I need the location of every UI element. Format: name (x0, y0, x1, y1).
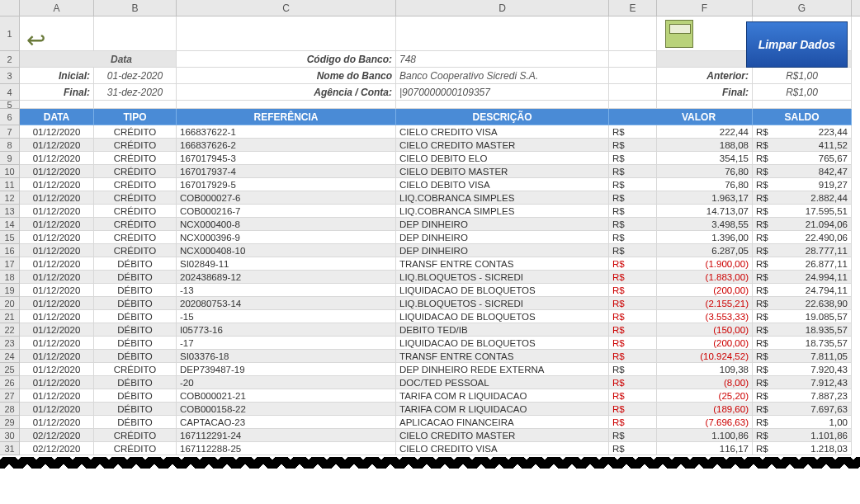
row-header-1[interactable]: 1 (0, 16, 20, 51)
cell-data[interactable]: 02/12/2020 (20, 442, 94, 455)
cell-desc[interactable]: LIQ.COBRANCA SIMPLES (396, 205, 609, 218)
cell-valor[interactable]: 6.287,05 (657, 244, 753, 257)
cell-saldo[interactable]: R$24.794,11 (753, 284, 852, 297)
th-valor[interactable]: VALOR (657, 109, 753, 125)
cell-valor-sym[interactable]: R$ (609, 218, 657, 231)
cell-valor-sym[interactable]: R$ (609, 178, 657, 191)
row-header[interactable]: 19 (0, 284, 20, 297)
th-data[interactable]: DATA (20, 109, 94, 125)
cell-valor-sym[interactable]: R$ (609, 297, 657, 310)
cell-data[interactable]: 01/12/2020 (20, 178, 94, 191)
row-header[interactable]: 8 (0, 139, 20, 152)
cell-ref[interactable]: COB000027-6 (177, 191, 396, 205)
cell-desc[interactable]: DOC/TED PESSOAL (396, 376, 609, 389)
cell-valor-sym[interactable]: R$ (609, 376, 657, 389)
cell-ref[interactable]: 202080753-14 (177, 297, 396, 310)
cell-desc[interactable]: TARIFA COM R LIQUIDACAO (396, 403, 609, 416)
row-header[interactable]: 16 (0, 244, 20, 257)
table-row[interactable]: 2801/12/2020DÉBITOCOB000158-22TARIFA COM… (0, 403, 860, 416)
cell-ref[interactable]: NCX000396-9 (177, 231, 396, 244)
row-header[interactable]: 20 (0, 297, 20, 310)
th-ref[interactable]: REFERÊNCIA (177, 109, 396, 125)
cell-tipo[interactable]: DÉBITO (94, 310, 177, 323)
cell-valor[interactable]: 3.498,55 (657, 218, 753, 231)
cell-tipo[interactable]: DÉBITO (94, 271, 177, 284)
cell-valor[interactable]: 222,44 (657, 125, 753, 139)
cell-desc[interactable]: TRANSF ENTRE CONTAS (396, 257, 609, 271)
col-header-b[interactable]: B (94, 0, 177, 16)
cell-valor-sym[interactable]: R$ (609, 429, 657, 442)
cell-valor[interactable]: (2.155,21) (657, 297, 753, 310)
cell-saldo[interactable]: R$7.887,23 (753, 389, 852, 403)
row-header[interactable]: 18 (0, 271, 20, 284)
row-header-2[interactable]: 2 (0, 51, 20, 68)
cell-desc[interactable]: DEP DINHEIRO (396, 231, 609, 244)
row-header[interactable]: 23 (0, 337, 20, 350)
table-row[interactable]: 1501/12/2020CRÉDITONCX000396-9DEP DINHEI… (0, 231, 860, 244)
table-row[interactable]: 1601/12/2020CRÉDITONCX000408-10DEP DINHE… (0, 244, 860, 257)
cell-ref[interactable]: 166837626-2 (177, 139, 396, 152)
agencia-value[interactable]: |9070000000109357 (396, 84, 609, 101)
cell-ref[interactable]: 167017937-4 (177, 165, 396, 178)
cell-saldo[interactable]: R$19.085,57 (753, 310, 852, 323)
cell-ref[interactable]: -15 (177, 310, 396, 323)
save-disk-icon[interactable] (665, 20, 693, 48)
row-header-5[interactable]: 5 (0, 101, 20, 109)
row-header[interactable]: 30 (0, 429, 20, 442)
inicial-value[interactable]: 01-dez-2020 (94, 68, 177, 84)
cell-valor[interactable]: 76,80 (657, 178, 753, 191)
cell-valor-sym[interactable]: R$ (609, 363, 657, 376)
th-saldo[interactable]: SALDO (753, 109, 852, 125)
cell-data[interactable]: 01/12/2020 (20, 165, 94, 178)
cell-desc[interactable]: DEBITO TED/IB (396, 323, 609, 337)
cell-tipo[interactable]: CRÉDITO (94, 165, 177, 178)
cell-saldo[interactable]: R$26.877,11 (753, 257, 852, 271)
cell-saldo[interactable]: R$7.697,63 (753, 403, 852, 416)
cell-valor[interactable]: 1.100,86 (657, 429, 753, 442)
row-header-3[interactable]: 3 (0, 68, 20, 84)
row-header[interactable]: 13 (0, 205, 20, 218)
cell-tipo[interactable]: DÉBITO (94, 416, 177, 429)
cell-ref[interactable]: COB000021-21 (177, 389, 396, 403)
row-header[interactable]: 25 (0, 363, 20, 376)
table-row[interactable]: 901/12/2020CRÉDITO167017945-3CIELO DEBIT… (0, 152, 860, 165)
cell-ref[interactable]: DEP739487-19 (177, 363, 396, 376)
cell-saldo[interactable]: R$842,47 (753, 165, 852, 178)
cell-desc[interactable]: TRANSF ENTRE CONTAS (396, 350, 609, 363)
cell-saldo[interactable]: R$1.218,03 (753, 442, 852, 455)
bank-code-value[interactable]: 748 (396, 51, 609, 68)
cell-saldo[interactable]: R$411,52 (753, 139, 852, 152)
cell-data[interactable]: 01/12/2020 (20, 350, 94, 363)
col-header-d[interactable]: D (396, 0, 609, 16)
cell-data[interactable]: 01/12/2020 (20, 257, 94, 271)
cell-tipo[interactable]: CRÉDITO (94, 231, 177, 244)
cell-desc[interactable]: TARIFA COM R LIQUIDACAO (396, 389, 609, 403)
row-header[interactable]: 24 (0, 350, 20, 363)
cell-data[interactable]: 01/12/2020 (20, 139, 94, 152)
clear-data-button[interactable]: Limpar Dados (746, 21, 848, 68)
cell-data[interactable]: 01/12/2020 (20, 244, 94, 257)
cell-valor-sym[interactable]: R$ (609, 323, 657, 337)
cell-valor[interactable]: (200,00) (657, 284, 753, 297)
cell-valor[interactable]: (189,60) (657, 403, 753, 416)
cell-tipo[interactable]: CRÉDITO (94, 191, 177, 205)
cell-tipo[interactable]: CRÉDITO (94, 244, 177, 257)
cell-saldo[interactable]: R$919,27 (753, 178, 852, 191)
row-header[interactable]: 10 (0, 165, 20, 178)
row-header-6[interactable]: 6 (0, 109, 20, 125)
cell-desc[interactable]: DEP DINHEIRO REDE EXTERNA (396, 363, 609, 376)
cell-valor[interactable]: (7.696,63) (657, 416, 753, 429)
date-section-header[interactable]: Data (94, 51, 177, 68)
row-header[interactable]: 9 (0, 152, 20, 165)
cell-data[interactable]: 01/12/2020 (20, 416, 94, 429)
table-row[interactable]: 2601/12/2020DÉBITO -20DOC/TED PESSOALR$(… (0, 376, 860, 389)
row-header[interactable]: 14 (0, 218, 20, 231)
cell-saldo[interactable]: R$21.094,06 (753, 218, 852, 231)
cell-desc[interactable]: LIQ.COBRANCA SIMPLES (396, 191, 609, 205)
cell-data[interactable]: 01/12/2020 (20, 271, 94, 284)
cell-desc[interactable]: CIELO CREDITO MASTER (396, 429, 609, 442)
cell-valor[interactable]: 76,80 (657, 165, 753, 178)
cell-valor[interactable]: 1.396,00 (657, 231, 753, 244)
cell-data[interactable]: 01/12/2020 (20, 363, 94, 376)
cell-valor-sym[interactable]: R$ (609, 403, 657, 416)
